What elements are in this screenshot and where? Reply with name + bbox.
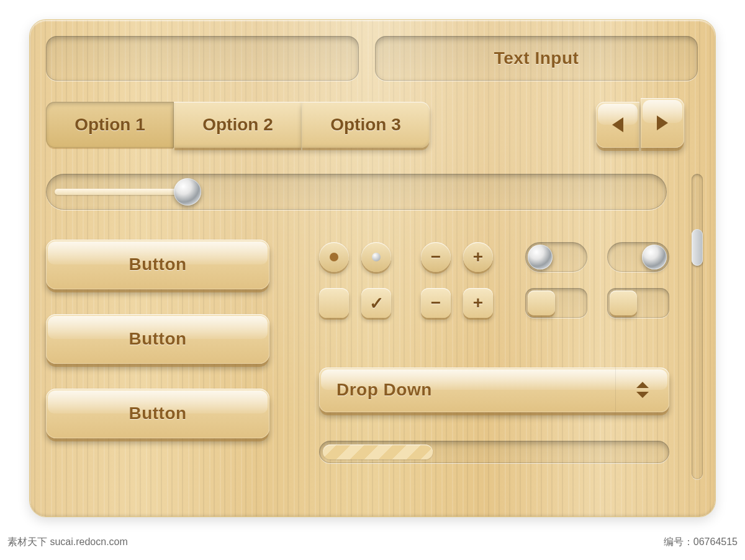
minus-icon: − xyxy=(421,288,451,318)
text-input-right[interactable]: Text Input xyxy=(375,36,698,81)
toggle-round-2-knob xyxy=(642,245,667,269)
slider-knob[interactable] xyxy=(174,178,201,205)
radio-2[interactable] xyxy=(361,242,391,272)
stepper-minus-round[interactable]: − xyxy=(421,242,451,272)
plus-icon: + xyxy=(463,242,493,272)
segmented-option-2[interactable]: Option 2 xyxy=(174,102,302,148)
radio-dot-metal-icon xyxy=(372,253,381,261)
radio-dot-icon xyxy=(330,253,338,261)
text-input-left-placeholder xyxy=(46,36,359,81)
dropdown[interactable]: Drop Down xyxy=(319,368,669,412)
toggle-square-2[interactable] xyxy=(607,288,669,318)
text-input-left[interactable] xyxy=(46,36,359,81)
chevron-right-icon xyxy=(641,98,684,148)
primary-button-3[interactable]: Button xyxy=(46,389,269,438)
chevron-left-icon xyxy=(596,102,639,148)
check-icon: ✓ xyxy=(361,288,391,318)
radio-1[interactable] xyxy=(319,242,349,272)
stepper-minus-square[interactable]: − xyxy=(421,288,451,318)
slider[interactable] xyxy=(46,174,667,210)
checkbox-2[interactable]: ✓ xyxy=(361,288,391,318)
progress-bar xyxy=(319,441,669,463)
scrollbar[interactable] xyxy=(692,174,703,479)
arrow-next-button[interactable] xyxy=(641,98,684,148)
text-input-right-placeholder: Text Input xyxy=(375,36,698,81)
stepper-plus-square[interactable]: + xyxy=(463,288,493,318)
plus-icon: + xyxy=(463,288,493,318)
stepper-plus-round[interactable]: + xyxy=(463,242,493,272)
toggle-round-1-knob xyxy=(528,245,553,269)
segmented-control: Option 1 Option 2 Option 3 xyxy=(46,102,430,148)
segmented-option-1[interactable]: Option 1 xyxy=(46,102,174,148)
footer-source-text: 素材天下 sucai.redocn.com xyxy=(7,536,128,549)
toggle-round-2[interactable] xyxy=(607,242,669,272)
segmented-option-3[interactable]: Option 3 xyxy=(302,102,430,148)
footer-id: 编号：06764515 xyxy=(664,536,738,549)
primary-button-1[interactable]: Button xyxy=(46,240,269,289)
primary-button-3-label: Button xyxy=(46,389,269,438)
scrollbar-thumb[interactable] xyxy=(692,229,703,266)
ui-kit-panel: Text Input Option 1 Option 2 Option 3 Bu… xyxy=(30,20,715,517)
primary-button-2[interactable]: Button xyxy=(46,314,269,364)
primary-button-2-label: Button xyxy=(46,314,269,364)
primary-button-1-label: Button xyxy=(46,240,269,289)
toggle-square-2-knob xyxy=(610,291,637,315)
progress-fill xyxy=(323,445,433,459)
toggle-square-1-knob xyxy=(528,291,555,315)
arrow-prev-button[interactable] xyxy=(596,102,639,148)
toggle-round-1[interactable] xyxy=(525,242,587,272)
checkbox-1[interactable] xyxy=(319,288,349,318)
dropdown-stepper-icon xyxy=(615,368,669,412)
toggle-square-1[interactable] xyxy=(525,288,587,318)
minus-icon: − xyxy=(421,242,451,272)
